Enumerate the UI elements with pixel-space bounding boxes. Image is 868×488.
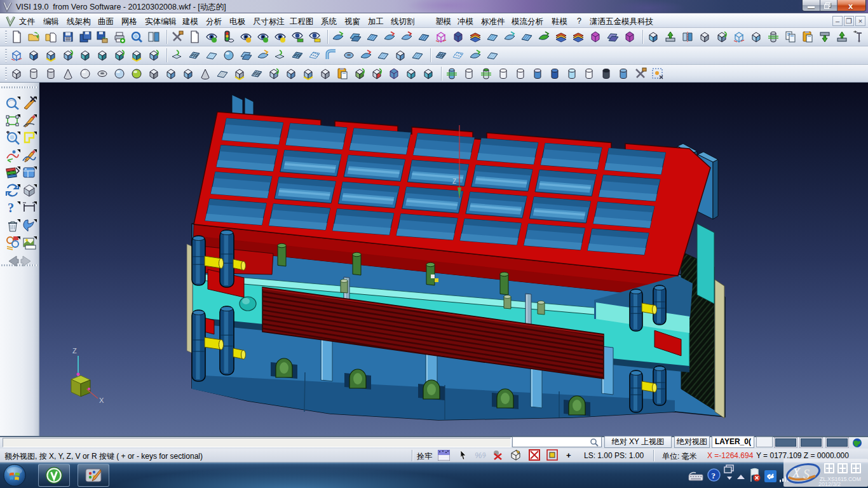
svg-text:Z: Z bbox=[452, 178, 456, 185]
svg-text:X: X bbox=[792, 466, 801, 480]
svg-text:?: ? bbox=[712, 471, 716, 480]
svg-text:?: ? bbox=[8, 201, 14, 215]
svg-text:Z: Z bbox=[72, 347, 77, 355]
svg-text:S: S bbox=[803, 467, 810, 481]
svg-text:X: X bbox=[99, 396, 104, 404]
svg-text:%%: %% bbox=[475, 451, 486, 460]
